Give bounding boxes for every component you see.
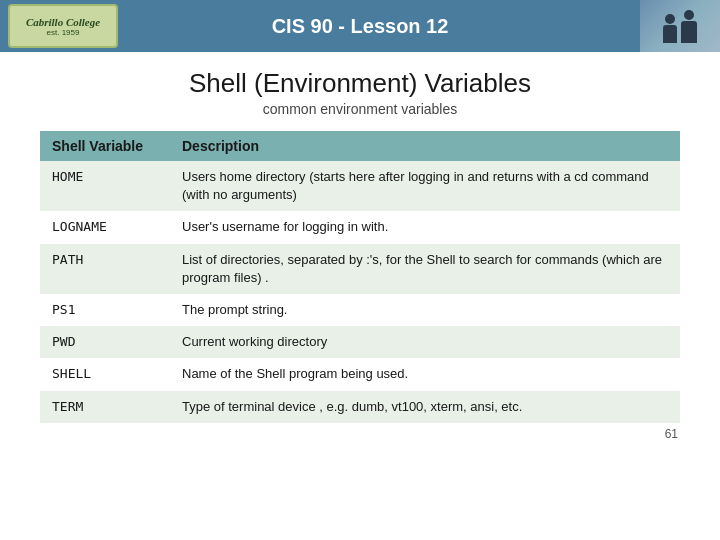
people-silhouette bbox=[663, 10, 697, 43]
variable-name: TERM bbox=[40, 391, 170, 423]
table-row: HOMEUsers home directory (starts here af… bbox=[40, 161, 680, 211]
header: Cabrillo College est. 1959 CIS 90 - Less… bbox=[0, 0, 720, 52]
person-body bbox=[681, 21, 697, 43]
logo-est: est. 1959 bbox=[47, 28, 80, 37]
variable-description: The prompt string. bbox=[170, 294, 680, 326]
header-title: CIS 90 - Lesson 12 bbox=[272, 15, 449, 38]
table-row: SHELLName of the Shell program being use… bbox=[40, 358, 680, 390]
person-head bbox=[665, 14, 675, 24]
table-header-row: Shell Variable Description bbox=[40, 131, 680, 161]
variable-description: Users home directory (starts here after … bbox=[170, 161, 680, 211]
page-title: Shell (Environment) Variables bbox=[40, 68, 680, 99]
variable-name: SHELL bbox=[40, 358, 170, 390]
table-row: LOGNAMEUser's username for logging in wi… bbox=[40, 211, 680, 243]
variable-description: Current working directory bbox=[170, 326, 680, 358]
person-2 bbox=[681, 10, 697, 43]
person-head bbox=[684, 10, 694, 20]
table-row: PS1The prompt string. bbox=[40, 294, 680, 326]
variable-description: List of directories, separated by :'s, f… bbox=[170, 244, 680, 294]
page-number: 61 bbox=[40, 423, 680, 441]
variable-description: User's username for logging in with. bbox=[170, 211, 680, 243]
variable-name: LOGNAME bbox=[40, 211, 170, 243]
variable-description: Type of terminal device , e.g. dumb, vt1… bbox=[170, 391, 680, 423]
person-1 bbox=[663, 14, 677, 43]
variable-name: PWD bbox=[40, 326, 170, 358]
table-row: TERMType of terminal device , e.g. dumb,… bbox=[40, 391, 680, 423]
main-content: Shell (Environment) Variables common env… bbox=[0, 52, 720, 451]
col1-header: Shell Variable bbox=[40, 131, 170, 161]
variable-description: Name of the Shell program being used. bbox=[170, 358, 680, 390]
person-body bbox=[663, 25, 677, 43]
college-logo: Cabrillo College est. 1959 bbox=[8, 4, 118, 48]
page-subtitle: common environment variables bbox=[40, 101, 680, 117]
variables-table: Shell Variable Description HOMEUsers hom… bbox=[40, 131, 680, 423]
table-row: PATHList of directories, separated by :'… bbox=[40, 244, 680, 294]
table-row: PWDCurrent working directory bbox=[40, 326, 680, 358]
variable-name: HOME bbox=[40, 161, 170, 211]
col2-header: Description bbox=[170, 131, 680, 161]
logo-name: Cabrillo College bbox=[26, 16, 100, 28]
variable-name: PS1 bbox=[40, 294, 170, 326]
header-image bbox=[640, 0, 720, 52]
variable-name: PATH bbox=[40, 244, 170, 294]
